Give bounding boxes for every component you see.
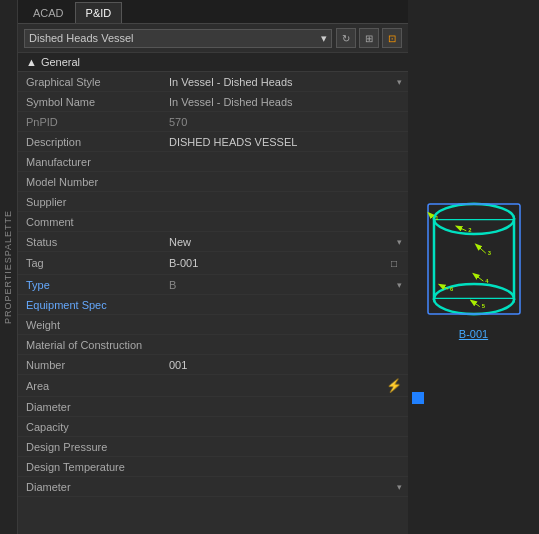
chevron-down-icon: ▾	[397, 280, 402, 290]
prop-label-design-temperature: Design Temperature	[18, 457, 163, 476]
prop-value-manufacturer[interactable]	[163, 152, 408, 171]
prop-weight: Weight	[18, 315, 408, 335]
prop-value-design-pressure[interactable]	[163, 437, 408, 456]
tag-value: B-001	[169, 257, 386, 269]
prop-label-capacity: Capacity	[18, 417, 163, 436]
type-value: B	[169, 279, 397, 291]
prop-value-capacity[interactable]	[163, 417, 408, 436]
prop-label-number: Number	[18, 355, 163, 374]
prop-design-temperature: Design Temperature	[18, 457, 408, 477]
prop-value-supplier[interactable]	[163, 192, 408, 211]
prop-description: Description DISHED HEADS VESSEL	[18, 132, 408, 152]
prop-value-graphical-style[interactable]: In Vessel - Dished Heads ▾	[163, 72, 408, 91]
grid-icon[interactable]: ⊞	[359, 28, 379, 48]
chevron-down-icon: ▾	[397, 237, 402, 247]
prop-value-description[interactable]: DISHED HEADS VESSEL	[163, 132, 408, 151]
prop-value-pnpid: 570	[163, 112, 408, 131]
prop-value-area[interactable]: ⚡	[163, 375, 408, 396]
prop-label-diameter2: Diameter	[18, 477, 163, 496]
prop-label-pnpid: PnPID	[18, 112, 163, 131]
prop-label-area: Area	[18, 375, 163, 396]
section-collapse-icon: ▲	[26, 56, 37, 68]
prop-diameter2: Diameter ▾	[18, 477, 408, 497]
prop-label-design-pressure: Design Pressure	[18, 437, 163, 456]
chevron-down-icon: ▾	[321, 32, 327, 45]
prop-area: Area ⚡	[18, 375, 408, 397]
prop-type: Type B ▾	[18, 275, 408, 295]
vessel-diagram	[424, 194, 524, 324]
properties-panel: ACAD P&ID Dished Heads Vessel ▾ ↻ ⊞ ⊡ ▲ …	[18, 0, 408, 534]
prop-label-diameter: Diameter	[18, 397, 163, 416]
tag-edit-icon[interactable]: □	[386, 255, 402, 271]
prop-label-comment: Comment	[18, 212, 163, 231]
toolbar: Dished Heads Vessel ▾ ↻ ⊞ ⊡	[18, 24, 408, 53]
prop-symbol-name: Symbol Name In Vessel - Dished Heads	[18, 92, 408, 112]
tab-pid[interactable]: P&ID	[75, 2, 123, 23]
prop-comment: Comment	[18, 212, 408, 232]
prop-value-comment[interactable]	[163, 212, 408, 231]
link-icon[interactable]: ⊡	[382, 28, 402, 48]
side-panel-label: PROPERTIESPALETTE	[4, 210, 14, 324]
prop-label-type: Type	[18, 275, 163, 294]
prop-value-equipment-spec[interactable]	[163, 295, 408, 314]
prop-label-material: Material of Construction	[18, 335, 163, 354]
prop-label-equipment-spec: Equipment Spec	[18, 295, 163, 314]
prop-value-design-temperature[interactable]	[163, 457, 408, 476]
prop-label-manufacturer: Manufacturer	[18, 152, 163, 171]
prop-label-status: Status	[18, 232, 163, 251]
svg-rect-4	[434, 299, 514, 314]
prop-label-description: Description	[18, 132, 163, 151]
prop-label-supplier: Supplier	[18, 192, 163, 211]
prop-material: Material of Construction	[18, 335, 408, 355]
entity-dropdown-value: Dished Heads Vessel	[29, 32, 134, 44]
prop-value-diameter[interactable]	[163, 397, 408, 416]
graphical-style-value: In Vessel - Dished Heads	[169, 76, 397, 88]
section-general[interactable]: ▲ General	[18, 53, 408, 72]
prop-value-symbol-name: In Vessel - Dished Heads	[163, 92, 408, 111]
tab-acad[interactable]: ACAD	[22, 2, 75, 23]
symbol-name-value: In Vessel - Dished Heads	[169, 96, 402, 108]
prop-pnpid: PnPID 570	[18, 112, 408, 132]
prop-model-number: Model Number	[18, 172, 408, 192]
vessel-label[interactable]: B-001	[459, 328, 488, 340]
preview-panel: B-001 1 2 3 4 5 6	[408, 0, 539, 534]
prop-value-number[interactable]: 001	[163, 355, 408, 374]
svg-rect-5	[428, 204, 520, 314]
prop-value-material[interactable]	[163, 335, 408, 354]
prop-value-diameter2[interactable]: ▾	[163, 477, 408, 496]
status-value: New	[169, 236, 397, 248]
prop-diameter: Diameter	[18, 397, 408, 417]
prop-supplier: Supplier	[18, 192, 408, 212]
properties-content: ▲ General Graphical Style In Vessel - Di…	[18, 53, 408, 534]
prop-design-pressure: Design Pressure	[18, 437, 408, 457]
description-value: DISHED HEADS VESSEL	[169, 136, 402, 148]
prop-label-model-number: Model Number	[18, 172, 163, 191]
prop-graphical-style: Graphical Style In Vessel - Dished Heads…	[18, 72, 408, 92]
refresh-icon[interactable]: ↻	[336, 28, 356, 48]
prop-label-graphical-style: Graphical Style	[18, 72, 163, 91]
prop-manufacturer: Manufacturer	[18, 152, 408, 172]
chevron-down-icon: ▾	[397, 77, 402, 87]
prop-label-weight: Weight	[18, 315, 163, 334]
prop-label-symbol-name: Symbol Name	[18, 92, 163, 111]
prop-status: Status New ▾	[18, 232, 408, 252]
prop-label-tag: Tag	[18, 252, 163, 274]
toolbar-icons: ↻ ⊞ ⊡	[336, 28, 402, 48]
prop-value-tag[interactable]: B-001 □	[163, 252, 408, 274]
blue-indicator	[412, 392, 424, 404]
chevron-down-icon: ▾	[397, 482, 402, 492]
number-value: 001	[169, 359, 402, 371]
prop-capacity: Capacity	[18, 417, 408, 437]
prop-value-status[interactable]: New ▾	[163, 232, 408, 251]
properties-palette-side: PROPERTIESPALETTE	[0, 0, 18, 534]
entity-dropdown[interactable]: Dished Heads Vessel ▾	[24, 29, 332, 48]
prop-number: Number 001	[18, 355, 408, 375]
svg-rect-3	[434, 204, 514, 219]
prop-equipment-spec: Equipment Spec	[18, 295, 408, 315]
prop-tag: Tag B-001 □	[18, 252, 408, 275]
pnpid-value: 570	[169, 116, 402, 128]
section-label: General	[41, 56, 80, 68]
prop-value-model-number[interactable]	[163, 172, 408, 191]
prop-value-type[interactable]: B ▾	[163, 275, 408, 294]
prop-value-weight[interactable]	[163, 315, 408, 334]
